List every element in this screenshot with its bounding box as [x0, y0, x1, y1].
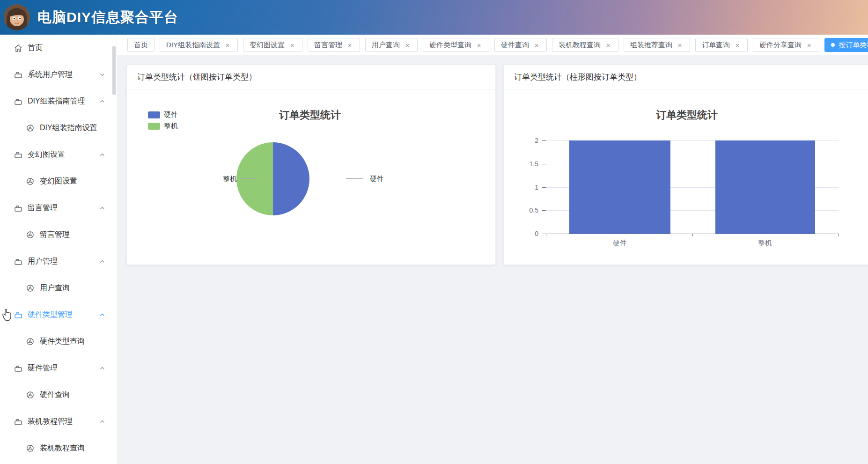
tab-build-tutorial-query[interactable]: 装机教程查询 ×: [552, 38, 618, 52]
sidebar-item-label: 装机教程管理: [28, 417, 73, 427]
chevron-up-icon: [99, 98, 105, 104]
legend-swatch-blue: [148, 111, 160, 118]
sidebar-item-message-mgmt[interactable]: 留言管理: [0, 195, 117, 221]
menu-group-icon: [14, 70, 23, 80]
sidebar-item-label: 硬件查询: [40, 390, 70, 400]
pie-label-right: 硬件: [370, 175, 384, 184]
sidebar-item-diy-guide-settings[interactable]: DIY组装指南设置: [0, 115, 117, 141]
menu-group-icon: [14, 204, 23, 213]
wheel-icon: [26, 284, 35, 293]
sidebar-item-label: 用户管理: [28, 257, 58, 266]
pie-chart-card: 订单类型统计（饼图按订单类型） 订单类型统计 硬件 整机 整机 硬件: [126, 65, 496, 265]
sidebar-item-user-query[interactable]: 用户查询: [0, 275, 117, 302]
sidebar-item-build-tutorial-query[interactable]: 装机教程查询: [0, 435, 117, 462]
close-icon[interactable]: ×: [404, 41, 411, 49]
sidebar-item-banner-settings[interactable]: 变幻图设置: [0, 168, 117, 195]
bar-hardware[interactable]: [569, 140, 670, 234]
tab-order-query[interactable]: 订单查询 ×: [695, 38, 748, 52]
tab-message-mgmt[interactable]: 留言管理 ×: [308, 38, 360, 52]
menu-group-icon: [14, 310, 23, 320]
close-icon[interactable]: ×: [533, 41, 540, 49]
sidebar-item-hardware-mgmt[interactable]: 硬件管理: [0, 355, 117, 382]
legend-swatch-green: [148, 123, 160, 130]
wheel-icon: [26, 337, 35, 346]
card-header: 订单类型统计（柱形图按订单类型）: [504, 65, 868, 89]
sidebar-item-home[interactable]: 首页: [0, 35, 117, 61]
x-axis-tick: [692, 234, 693, 236]
sidebar-item-label: 装机教程查询: [40, 443, 85, 453]
close-icon[interactable]: ×: [475, 41, 483, 49]
chevron-up-icon: [99, 419, 105, 425]
chevron-up-icon: [99, 152, 105, 158]
x-tick-label: 硬件: [592, 239, 648, 248]
pie-chart-title: 订单类型统计: [127, 108, 493, 122]
pie-label-left: 整机: [206, 175, 237, 184]
sidebar-item-banner-mgmt[interactable]: 变幻图设置: [0, 141, 117, 168]
legend-item[interactable]: 硬件: [148, 109, 178, 120]
tab-hardware-type-query[interactable]: 硬件类型查询 ×: [423, 38, 489, 52]
sidebar-item-build-tutorial-mgmt[interactable]: 装机教程管理: [0, 408, 117, 435]
tab-hardware-query[interactable]: 硬件查询 ×: [494, 38, 547, 52]
sidebar-item-label: 首页: [28, 43, 43, 53]
close-icon[interactable]: ×: [224, 41, 231, 49]
sidebar-item-user-mgmt[interactable]: 用户管理: [0, 248, 117, 275]
tab-bar: 首页 DIY组装指南设置 × 变幻图设置 × 留言管理 × 用户查询 × 硬件类…: [117, 35, 868, 55]
close-icon[interactable]: ×: [734, 41, 741, 49]
close-icon[interactable]: ×: [604, 41, 612, 49]
sidebar-item-system-user-mgmt[interactable]: 系统用户管理: [0, 61, 117, 88]
tab-banner-settings[interactable]: 变幻图设置 ×: [243, 38, 302, 52]
legend-item[interactable]: 整机: [148, 120, 178, 132]
card-header: 订单类型统计（饼图按订单类型）: [127, 65, 495, 89]
sidebar-item-hardware-type-mgmt[interactable]: 硬件类型管理: [0, 302, 117, 328]
close-icon[interactable]: ×: [288, 41, 296, 49]
y-tick-label: 0.5: [517, 206, 538, 214]
chevron-up-icon: [99, 205, 105, 211]
wheel-icon: [26, 230, 35, 240]
pie-label-line: [346, 178, 363, 179]
y-tick-label: 2: [517, 137, 538, 144]
y-tick-label: 1: [517, 184, 538, 191]
pie-chart[interactable]: [236, 142, 309, 215]
tab-build-recommend-query[interactable]: 组装推荐查询 ×: [624, 38, 690, 52]
close-icon[interactable]: ×: [676, 41, 684, 49]
chevron-up-icon: [99, 312, 105, 318]
tab-home[interactable]: 首页: [127, 38, 154, 52]
tab-diy-guide-settings[interactable]: DIY组装指南设置 ×: [160, 38, 238, 52]
sidebar-item-label: 硬件管理: [28, 363, 58, 373]
sidebar-item-hardware-query[interactable]: 硬件查询: [0, 382, 117, 408]
sidebar-item-diy-guide-mgmt[interactable]: DIY组装指南管理: [0, 88, 117, 115]
bar-chart-plot: 2 1.5 1 0.5 0 硬件 整机: [546, 140, 839, 234]
y-axis-tick: [542, 164, 546, 164]
home-icon: [14, 44, 23, 53]
y-axis-tick: [542, 140, 546, 141]
mouse-cursor: [1, 307, 14, 323]
wheel-icon: [26, 444, 35, 453]
chevron-down-icon: [99, 72, 105, 78]
y-axis-tick: [542, 210, 546, 211]
tab-user-query[interactable]: 用户查询 ×: [365, 38, 418, 52]
sidebar-item-message-query[interactable]: 留言管理: [0, 221, 117, 248]
sidebar-item-label: 用户查询: [40, 283, 70, 293]
pie-legend: 硬件 整机: [148, 109, 178, 132]
app-title: 电脑DIY信息聚合平台: [37, 8, 178, 27]
bar-chart-title: 订单类型统计: [504, 108, 868, 122]
close-icon[interactable]: ×: [346, 41, 353, 49]
close-icon[interactable]: ×: [805, 41, 813, 49]
bar-whole-machine[interactable]: [715, 140, 815, 234]
chevron-up-icon: [99, 365, 105, 371]
sidebar-item-label: 系统用户管理: [28, 70, 73, 80]
pie-label-line: [240, 178, 257, 179]
avatar: [4, 4, 30, 30]
main-area: 首页 DIY组装指南设置 × 变幻图设置 × 留言管理 × 用户查询 × 硬件类…: [117, 35, 868, 464]
sidebar-scrollbar[interactable]: [112, 46, 116, 95]
tab-hardware-share-query[interactable]: 硬件分享查询 ×: [753, 38, 819, 52]
sidebar-item-label: 变幻图设置: [28, 150, 65, 160]
tab-order-type-stats[interactable]: 按订单类型统计 ×: [824, 38, 868, 52]
sidebar-item-hardware-type-query[interactable]: 硬件类型查询: [0, 328, 117, 355]
sidebar-item-label: 留言管理: [28, 203, 58, 213]
wheel-icon: [26, 390, 35, 400]
chevron-up-icon: [99, 258, 105, 265]
sidebar: 首页 系统用户管理 DIY组装指南管理 DIY组装指南设置 变幻图设置: [0, 35, 117, 464]
menu-group-icon: [14, 257, 23, 266]
sidebar-item-label: 留言管理: [40, 230, 70, 240]
